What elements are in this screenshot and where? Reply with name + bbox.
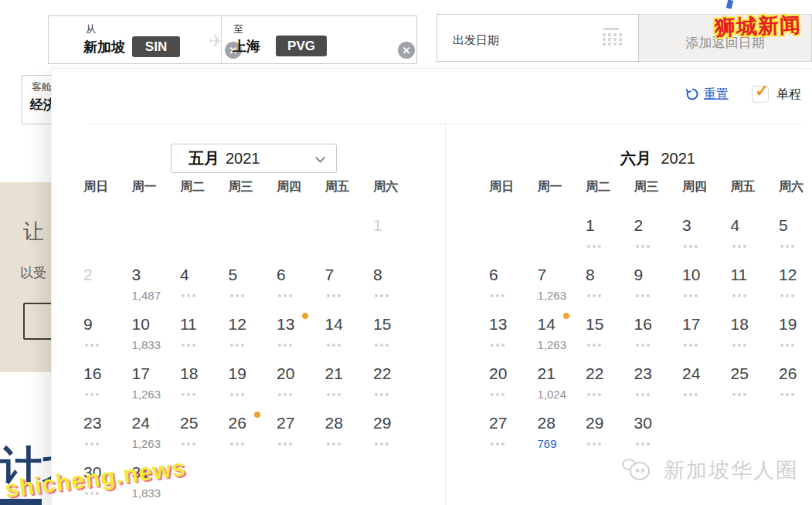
day-cell[interactable]: 19: [229, 356, 277, 405]
loading-dots-icon: [684, 245, 687, 248]
clear-to-icon[interactable]: ✕: [398, 42, 415, 59]
loading-dots-icon: [636, 393, 639, 396]
oneway-checkbox[interactable]: ✓: [752, 86, 769, 103]
day-cell[interactable]: 18: [731, 307, 780, 356]
day-cell[interactable]: 2: [634, 208, 683, 257]
day-cell[interactable]: 30: [634, 405, 683, 455]
day-number: 10: [132, 314, 150, 334]
day-cell[interactable]: 4: [731, 208, 780, 257]
day-cell[interactable]: 141,263: [538, 307, 586, 356]
loading-dots-icon: [587, 245, 590, 248]
weekday-label: 周二: [180, 178, 229, 195]
fare-price: 1,487: [132, 289, 161, 303]
day-cell[interactable]: 241,263: [132, 405, 181, 455]
day-cell[interactable]: 15: [586, 307, 634, 356]
day-cell[interactable]: 21: [325, 356, 374, 405]
fare-price: 1,263: [538, 338, 567, 352]
watermark-top-right: 狮城新闻: [714, 11, 801, 42]
day-cell[interactable]: 16: [634, 307, 683, 356]
day-cell[interactable]: 11: [180, 307, 229, 356]
day-cell[interactable]: 14: [325, 307, 374, 356]
day-cell[interactable]: 26: [779, 356, 812, 405]
day-cell[interactable]: 9: [634, 257, 683, 307]
day-cell[interactable]: 6: [277, 257, 325, 307]
day-cell[interactable]: 23: [83, 405, 132, 455]
day-cell[interactable]: 28769: [538, 405, 586, 455]
day-cell[interactable]: 10: [682, 257, 731, 307]
day-cell[interactable]: 211,024: [538, 356, 586, 405]
day-cell[interactable]: 15: [373, 307, 422, 356]
calendar-icon: [601, 28, 621, 45]
day-number: 15: [586, 314, 603, 334]
day-cell[interactable]: 29: [373, 405, 422, 455]
loading-dots-icon: [182, 344, 185, 347]
day-cell[interactable]: 11: [731, 257, 780, 307]
loading-dots-icon: [491, 393, 494, 396]
month-grid-june: 12345671,2638910111213141,26315161718192…: [489, 208, 812, 455]
reset-button[interactable]: 重置: [685, 86, 729, 103]
day-cell[interactable]: 29: [586, 405, 634, 455]
weekday-label: 周一: [132, 178, 181, 195]
loading-dots-icon: [780, 393, 783, 396]
month-name: 六月: [620, 150, 651, 167]
day-cell[interactable]: 25: [180, 405, 229, 455]
to-city[interactable]: 上海: [233, 37, 260, 56]
day-cell[interactable]: 9: [83, 307, 132, 356]
day-cell[interactable]: 13: [489, 307, 538, 356]
loading-dots-icon: [636, 344, 639, 347]
event-dot-icon: [302, 313, 308, 319]
day-cell: 1: [373, 208, 422, 257]
loading-dots-icon: [732, 245, 736, 248]
from-airport-code-badge: SIN: [132, 36, 180, 57]
day-cell[interactable]: 6: [489, 257, 538, 307]
fare-price: 1,024: [538, 388, 567, 402]
day-cell[interactable]: 26: [229, 405, 277, 455]
cabin-label: 客舱: [32, 80, 52, 94]
day-cell[interactable]: 12: [779, 257, 812, 307]
day-cell[interactable]: 22: [373, 356, 422, 405]
day-cell[interactable]: 28: [325, 405, 374, 455]
day-cell[interactable]: 31,487: [132, 257, 181, 307]
day-cell[interactable]: 5: [229, 257, 277, 307]
day-cell[interactable]: 20: [489, 356, 538, 405]
day-cell[interactable]: 18: [180, 356, 229, 405]
day-cell[interactable]: 27: [277, 405, 325, 455]
day-cell[interactable]: 25: [731, 356, 780, 405]
day-cell[interactable]: 12: [229, 307, 277, 356]
day-cell[interactable]: 8: [586, 257, 634, 307]
weekday-header: 周日周一周二周三周四周五周六: [489, 178, 812, 195]
departure-date-field[interactable]: 出发日期: [437, 14, 639, 62]
day-cell[interactable]: 17: [682, 307, 731, 356]
check-icon: ✓: [755, 81, 769, 101]
day-number: 19: [229, 364, 246, 384]
day-cell[interactable]: 19: [779, 307, 812, 356]
day-cell[interactable]: 3: [682, 208, 731, 257]
day-cell[interactable]: 13: [277, 307, 325, 356]
fare-price: 1,263: [132, 388, 161, 402]
day-cell[interactable]: 5: [779, 208, 812, 257]
day-cell[interactable]: 20: [277, 356, 325, 405]
month-select[interactable]: 五月 2021: [171, 144, 337, 173]
day-cell[interactable]: 71,263: [538, 257, 586, 307]
day-cell[interactable]: 101,833: [132, 307, 181, 356]
day-cell[interactable]: 7: [325, 257, 374, 307]
to-airport-code-badge: PVG: [276, 36, 327, 56]
day-cell[interactable]: 171,263: [132, 356, 181, 405]
day-cell[interactable]: 23: [634, 356, 683, 405]
day-cell[interactable]: 4: [180, 257, 229, 307]
day-cell[interactable]: 8: [373, 257, 422, 307]
day-number: 9: [83, 314, 93, 334]
day-cell[interactable]: 22: [586, 356, 634, 405]
oneway-checkbox-control[interactable]: ✓ 单程: [752, 86, 801, 103]
from-label: 从: [86, 22, 96, 36]
day-cell[interactable]: 24: [682, 356, 731, 405]
day-number: 15: [373, 314, 391, 334]
day-number: 26: [779, 364, 797, 384]
day-cell[interactable]: 1: [586, 208, 634, 257]
day-number: 2: [83, 265, 93, 285]
day-cell[interactable]: 16: [83, 356, 132, 405]
loading-dots-icon: [278, 344, 281, 347]
day-cell[interactable]: 27: [489, 405, 538, 455]
from-city[interactable]: 新加坡: [83, 38, 125, 56]
day-number: 11: [180, 314, 197, 334]
